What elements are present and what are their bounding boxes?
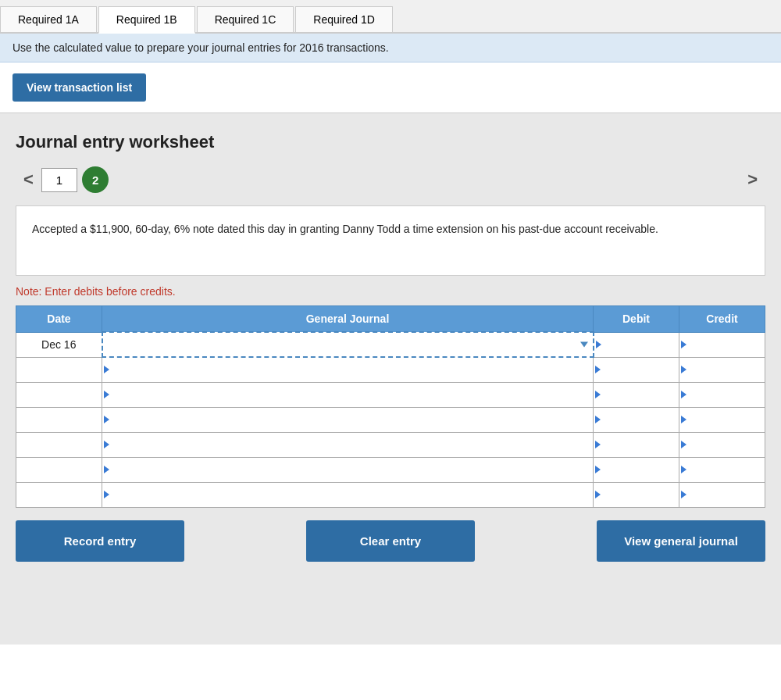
credit-arrow-icon-5 xyxy=(681,441,686,448)
journal-cell-7[interactable] xyxy=(102,482,594,507)
view-general-journal-button[interactable]: View general journal xyxy=(597,520,765,562)
col-header-date: Date xyxy=(16,306,102,333)
bottom-buttons: Record entry Clear entry View general jo… xyxy=(16,508,765,577)
table-row xyxy=(16,482,765,507)
journal-arrow-icon-5 xyxy=(104,441,109,448)
page-number-1[interactable]: 1 xyxy=(41,168,77,192)
debit-arrow-icon-4 xyxy=(595,416,601,423)
note-text: Note: Enter debits before credits. xyxy=(16,285,765,298)
table-row xyxy=(16,432,765,457)
table-row xyxy=(16,457,765,482)
date-cell-6 xyxy=(16,457,102,482)
date-cell-7 xyxy=(16,482,102,507)
tab-required-1b[interactable]: Required 1B xyxy=(98,6,195,34)
journal-cell-4[interactable] xyxy=(102,407,594,432)
col-header-general-journal: General Journal xyxy=(102,306,594,333)
credit-cell-2[interactable] xyxy=(679,357,765,382)
debit-arrow-icon-7 xyxy=(595,491,601,498)
credit-cell-4[interactable] xyxy=(679,407,765,432)
page-prev-arrow[interactable]: < xyxy=(16,170,41,190)
date-cell-4 xyxy=(16,407,102,432)
journal-arrow-icon-3 xyxy=(104,391,109,398)
credit-arrow-icon xyxy=(681,341,686,348)
journal-table: Date General Journal Debit Credit Dec 16 xyxy=(16,305,765,508)
journal-arrow-icon-6 xyxy=(104,466,109,473)
description-box: Accepted a $11,900, 60-day, 6% note date… xyxy=(16,205,765,276)
record-entry-button[interactable]: Record entry xyxy=(16,520,184,562)
credit-cell-6[interactable] xyxy=(679,457,765,482)
tab-required-1d[interactable]: Required 1D xyxy=(295,6,393,32)
debit-cell-4[interactable] xyxy=(594,407,679,432)
tab-required-1a[interactable]: Required 1A xyxy=(0,6,97,32)
debit-cell-6[interactable] xyxy=(594,457,679,482)
info-bar: Use the calculated value to prepare your… xyxy=(0,34,781,62)
journal-arrow-icon-7 xyxy=(104,491,109,498)
table-row xyxy=(16,382,765,407)
journal-arrow-icon-4 xyxy=(104,416,109,423)
journal-cell-5[interactable] xyxy=(102,432,594,457)
table-row xyxy=(16,357,765,382)
credit-arrow-icon-7 xyxy=(681,491,686,498)
debit-cell-5[interactable] xyxy=(594,432,679,457)
date-cell-1: Dec 16 xyxy=(16,332,102,357)
clear-entry-button[interactable]: Clear entry xyxy=(306,520,475,562)
main-content: Journal entry worksheet < 1 2 > Accepted… xyxy=(0,113,781,645)
credit-arrow-icon-3 xyxy=(681,391,686,398)
credit-cell-7[interactable] xyxy=(679,482,765,507)
journal-cell-6[interactable] xyxy=(102,457,594,482)
credit-cell-5[interactable] xyxy=(679,432,765,457)
debit-arrow-icon-3 xyxy=(595,391,601,398)
tab-required-1c[interactable]: Required 1C xyxy=(197,6,294,32)
credit-arrow-icon-4 xyxy=(681,416,686,423)
debit-arrow-icon-2 xyxy=(595,366,601,373)
debit-arrow-icon-6 xyxy=(595,466,601,473)
credit-cell-3[interactable] xyxy=(679,382,765,407)
credit-cell-1[interactable] xyxy=(679,332,765,357)
date-cell-5 xyxy=(16,432,102,457)
date-cell-3 xyxy=(16,382,102,407)
credit-arrow-icon-2 xyxy=(681,366,686,373)
table-row: Dec 16 xyxy=(16,332,765,357)
journal-arrow-icon-2 xyxy=(104,366,109,373)
debit-arrow-icon-5 xyxy=(595,441,601,448)
worksheet-title: Journal entry worksheet xyxy=(16,132,765,152)
view-transaction-bar: View transaction list xyxy=(0,62,781,113)
pagination: < 1 2 > xyxy=(16,166,765,193)
journal-cell-3[interactable] xyxy=(102,382,594,407)
debit-cell-2[interactable] xyxy=(594,357,679,382)
journal-cell-2[interactable] xyxy=(102,357,594,382)
journal-dropdown-cell-1[interactable] xyxy=(102,332,594,357)
debit-cell-3[interactable] xyxy=(594,382,679,407)
date-cell-2 xyxy=(16,357,102,382)
tabs-bar: Required 1A Required 1B Required 1C Requ… xyxy=(0,0,781,34)
debit-cell-7[interactable] xyxy=(594,482,679,507)
view-transaction-button[interactable]: View transaction list xyxy=(12,73,146,102)
dropdown-arrow-icon[interactable] xyxy=(580,342,588,348)
credit-arrow-icon-6 xyxy=(681,466,686,473)
debit-cell-1[interactable] xyxy=(594,332,679,357)
debit-arrow-icon xyxy=(596,341,601,348)
page-number-2[interactable]: 2 xyxy=(82,166,109,193)
col-header-debit: Debit xyxy=(594,306,679,333)
table-row xyxy=(16,407,765,432)
col-header-credit: Credit xyxy=(679,306,765,333)
page-next-arrow[interactable]: > xyxy=(740,170,765,190)
